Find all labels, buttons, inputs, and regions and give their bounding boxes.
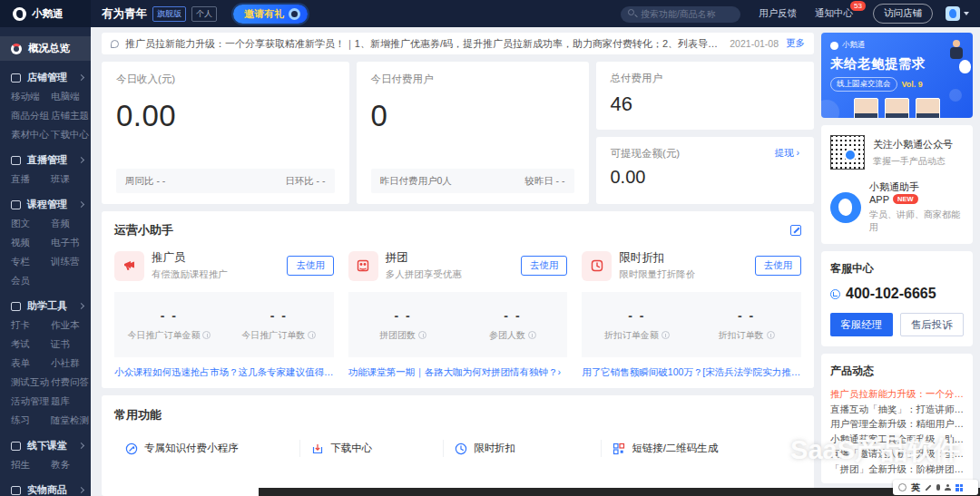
sidebar-item[interactable]: 题库 <box>51 395 89 408</box>
sidebar-group-offline[interactable]: 线下课堂 <box>0 435 91 456</box>
sidebar-item-overview[interactable]: 概况总览 <box>0 36 91 61</box>
service-manager-button[interactable]: 客服经理 <box>830 313 893 336</box>
speaker-photo <box>854 98 878 118</box>
sidebar-item[interactable]: 移动端 <box>11 91 51 103</box>
sidebar-group-tools[interactable]: 助学工具 <box>0 296 91 316</box>
discount-use-button[interactable]: 去使用 <box>755 256 802 276</box>
sidebar-item[interactable]: 教务 <box>51 459 89 472</box>
ime-menu-grid-icon[interactable] <box>956 484 963 491</box>
megaphone-red-icon <box>114 251 144 281</box>
download-icon <box>311 443 324 455</box>
download-center-entry[interactable]: 下载中心 <box>299 440 443 457</box>
promoter-article-link[interactable]: 小众课程如何迅速抢占市场？这几条专家建议值得一看 › <box>114 366 334 379</box>
invite-reward-button[interactable]: 邀请有礼 <box>233 5 308 24</box>
promo-banner[interactable]: 小鹅通 来给老鲍提需求 线上圆桌交流会 Vol. 9 <box>821 33 973 118</box>
update-item[interactable]: 直播「邀请达人榜」升级：全新优化、增... <box>830 446 964 462</box>
discount-article-link[interactable]: 用了它销售额瞬间破100万？[宋浩兵法学院实力推荐] › <box>582 366 801 379</box>
sidebar-item[interactable]: 图文 <box>11 218 51 230</box>
qrcode-generator-entry[interactable]: 短链接/二维码生成 <box>601 440 801 457</box>
discount-card: 限时折扣 限时限量打折降价 去使用 - - 折扣订单金额 - - <box>582 250 801 379</box>
sidebar-item[interactable]: 付费问答 <box>51 376 89 389</box>
sidebar-item[interactable]: 测试互动 <box>11 376 51 389</box>
sidebar-item[interactable]: 活动管理 <box>11 395 51 408</box>
withdraw-link[interactable]: 提现 › <box>775 147 799 160</box>
updates-title: 产品动态 <box>830 364 964 379</box>
sidebar-item[interactable]: 下载中心 <box>51 129 89 141</box>
sidebar-item[interactable]: 随堂检测 <box>51 414 89 427</box>
edit-icon[interactable] <box>790 225 801 236</box>
sidebar-item[interactable]: 会员 <box>11 275 51 287</box>
sidebar-item[interactable]: 商品分组 <box>11 110 51 122</box>
sidebar-item[interactable]: 证书 <box>51 338 89 351</box>
discount-name: 限时折扣 <box>619 250 695 266</box>
version-badge: 旗舰版 <box>152 6 186 22</box>
account-menu[interactable] <box>946 6 969 21</box>
after-sale-complaint-button[interactable]: 售后投诉 <box>900 313 965 336</box>
info-icon[interactable] <box>202 331 211 339</box>
sidebar-item[interactable]: 考试 <box>11 338 51 351</box>
group-buy-desc: 多人拼团享受优惠 <box>386 268 462 281</box>
info-icon[interactable] <box>528 331 536 339</box>
info-icon[interactable] <box>308 331 316 339</box>
promoter-stat1-label: 今日推广订单金额 <box>127 329 200 342</box>
promoter-use-button[interactable]: 去使用 <box>287 256 334 276</box>
sidebar-item[interactable]: 视频 <box>11 237 51 249</box>
new-badge: NEW <box>893 194 918 204</box>
sidebar-item[interactable]: 音频 <box>51 218 89 230</box>
info-icon[interactable] <box>662 331 670 339</box>
notice-center-link[interactable]: 通知中心 53 <box>815 7 853 20</box>
info-icon[interactable] <box>767 331 775 339</box>
sidebar-item[interactable]: 专栏 <box>11 256 51 268</box>
product-updates-card: 产品动态 推广员拉新能力升级：一个分享获取精准... 直播互动「抽奖」：打造讲师… <box>821 354 973 483</box>
update-item[interactable]: 「拼团」全新升级：阶梯拼团+实物拼团... <box>830 462 964 477</box>
speaker-photo <box>885 98 909 118</box>
sidebar-group-live[interactable]: 直播管理 <box>0 150 91 170</box>
sidebar-group-goods[interactable]: 实物商品 <box>0 480 91 496</box>
brand-name: 小鹅通 <box>32 7 64 21</box>
visit-shop-button[interactable]: 访问店铺 <box>873 4 933 24</box>
ime-language-toggle[interactable]: 英 <box>911 483 920 492</box>
sidebar-item[interactable]: 直播 <box>11 173 51 186</box>
announcement-more-link[interactable]: 更多 <box>786 37 805 50</box>
sidebar-item[interactable]: 素材中心 <box>11 129 51 141</box>
sidebar-item[interactable]: 招生 <box>11 459 51 472</box>
search-input[interactable] <box>621 6 740 23</box>
info-icon[interactable] <box>418 331 426 339</box>
profile-icon[interactable] <box>945 484 951 491</box>
update-item[interactable]: 用户管理全新升级：精细用户列表，全面... <box>830 416 964 432</box>
sidebar-item[interactable]: 作业本 <box>51 319 89 332</box>
goose-logo-icon <box>830 42 838 50</box>
ime-logo-icon[interactable] <box>898 483 906 491</box>
sidebar-item[interactable]: 电脑端 <box>51 91 89 103</box>
avatar <box>946 6 960 21</box>
ime-toolbar[interactable]: 英 <box>893 480 978 495</box>
user-feedback-link[interactable]: 用户反馈 <box>759 7 797 20</box>
right-panel: 小鹅通 来给老鲍提需求 线上圆桌交流会 Vol. 9 <box>821 27 980 496</box>
sidebar-item[interactable]: 店铺主题 <box>51 110 89 122</box>
income-week-ratio: 周同比 - - <box>125 175 165 188</box>
update-item[interactable]: 直播互动「抽奖」：打造讲师与学员高效... <box>830 402 964 417</box>
group-buy-article-link[interactable]: 功能课堂第一期｜各路大咖为何对拼团情有独钟？› <box>348 366 568 379</box>
sidebar-item[interactable]: 小社群 <box>51 357 89 370</box>
sidebar-group-shop[interactable]: 店铺管理 <box>0 67 91 88</box>
group-buy-use-button[interactable]: 去使用 <box>521 256 568 276</box>
handwriting-icon[interactable] <box>925 484 931 491</box>
update-item[interactable]: 推广员拉新能力升级：一个分享获取精准... <box>830 386 964 402</box>
common-functions-section: 常用功能 专属知识付费小程序 下载中心 限时折扣 <box>102 395 814 496</box>
sidebar-item[interactable]: 练习 <box>11 414 51 427</box>
sidebar-group-course[interactable]: 课程管理 <box>0 194 91 215</box>
sidebar-item[interactable]: 电子书 <box>51 237 89 249</box>
discount-entry[interactable]: 限时折扣 <box>443 440 601 457</box>
sidebar-item[interactable]: 班课 <box>51 173 89 186</box>
microphone-icon[interactable] <box>936 484 940 491</box>
search-box <box>621 5 740 23</box>
mini-program-entry[interactable]: 专属知识付费小程序 <box>114 440 299 457</box>
brand-logo[interactable]: 小鹅通 <box>0 0 91 27</box>
sidebar-item[interactable]: 训练营 <box>51 256 89 268</box>
box-icon <box>11 486 21 495</box>
total-paid-users-card: 总付费用户 46 <box>596 62 815 130</box>
sidebar-item[interactable]: 打卡 <box>11 319 51 332</box>
announcement-date: 2021-01-08 <box>730 38 779 49</box>
update-item[interactable]: 小鹅通获客工具全面升级，助你快速抢占私... <box>830 432 964 447</box>
sidebar-item[interactable]: 表单 <box>11 357 51 370</box>
